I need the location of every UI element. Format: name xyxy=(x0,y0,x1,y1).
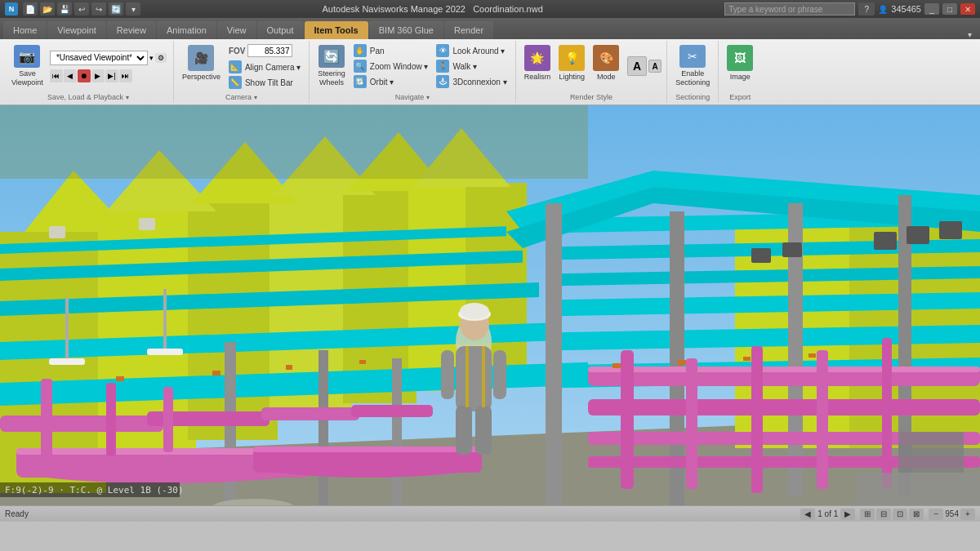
text-small-button[interactable]: A xyxy=(648,60,662,73)
ribbon-group-navigate: 🔄 SteeringWheels ✋ Pan 🔍 Zoom Window ▾ 🔃… xyxy=(310,41,515,103)
enable-sectioning-button[interactable]: ✂ EnableSectioning xyxy=(672,42,713,90)
qa-undo[interactable]: ↩ xyxy=(74,2,89,16)
tab-home[interactable]: Home xyxy=(3,21,47,39)
qa-redo[interactable]: ↪ xyxy=(91,2,106,16)
svg-rect-50 xyxy=(588,399,980,415)
ribbon-group-render-style: 🌟 Realism 💡 Lighting 🎨 Mode A A xyxy=(516,41,668,103)
qa-new[interactable]: 📄 xyxy=(23,2,38,16)
svg-rect-37 xyxy=(392,358,402,505)
view-mode-1[interactable]: ⊞ xyxy=(860,509,875,520)
svg-rect-90 xyxy=(751,248,771,263)
next-frame-button[interactable]: ▶| xyxy=(105,69,118,82)
camera-group-dropdown[interactable]: ▾ xyxy=(254,94,257,101)
look-around-icon: 👁 xyxy=(436,44,449,57)
render-style-buttons: 🌟 Realism 💡 Lighting 🎨 Mode A A xyxy=(521,42,662,91)
text-large-button[interactable]: A xyxy=(627,56,647,76)
3dconnexion-button[interactable]: 🕹 3Dconnexion ▾ xyxy=(433,74,510,89)
scene-svg: F:9(-2)-9 · T:C. @ Level 1B (-30) xyxy=(0,105,980,505)
realism-label: Realism xyxy=(524,73,551,82)
minimize-button[interactable]: _ xyxy=(924,3,939,15)
navigate-group-label: Navigate ▾ xyxy=(395,91,430,101)
status-left: Ready xyxy=(5,509,29,518)
tab-view[interactable]: View xyxy=(217,21,256,39)
orbit-button[interactable]: 🔃 Orbit ▾ xyxy=(350,74,432,89)
ribbon-group-sectioning: ✂ EnableSectioning Sectioning xyxy=(667,41,719,103)
view-mode-4[interactable]: ⊠ xyxy=(909,509,924,520)
svg-rect-47 xyxy=(351,405,433,417)
tab-viewpoint[interactable]: Viewpoint xyxy=(47,21,106,39)
tab-review[interactable]: Review xyxy=(107,21,156,39)
quick-access-toolbar: 📄 📂 💾 ↩ ↪ 🔄 ▾ xyxy=(23,2,140,16)
skip-forward-button[interactable]: ⏭ xyxy=(119,69,132,82)
navigate-small-col1: ✋ Pan 🔍 Zoom Window ▾ 🔃 Orbit ▾ xyxy=(350,42,432,90)
camera-group-label: Camera ▾ xyxy=(225,91,257,101)
svg-rect-83 xyxy=(147,349,183,355)
svg-rect-93 xyxy=(139,218,155,230)
navigate-group-dropdown[interactable]: ▾ xyxy=(426,94,430,101)
title-text: Autodesk Navisworks Manage 2022 Coordina… xyxy=(140,4,724,14)
svg-rect-92 xyxy=(49,226,65,238)
view-mode-2[interactable]: ⊟ xyxy=(876,509,891,520)
svg-rect-89 xyxy=(939,221,962,239)
view-mode-3[interactable]: ⊡ xyxy=(893,509,907,520)
text-controls: A A xyxy=(627,56,662,76)
qa-open[interactable]: 📂 xyxy=(40,2,55,16)
perspective-button[interactable]: 🎥 Perspective xyxy=(179,42,224,90)
pan-button[interactable]: ✋ Pan xyxy=(350,43,432,58)
realism-button[interactable]: 🌟 Realism xyxy=(521,42,555,90)
svg-rect-74 xyxy=(475,406,492,455)
fov-label: FOV xyxy=(229,47,246,56)
save-viewpoint-button[interactable]: 📷 SaveViewpoint xyxy=(8,42,47,90)
viewpoint-settings[interactable]: ⚙ xyxy=(155,53,167,63)
next-page-button[interactable]: ▶ xyxy=(840,509,855,520)
walk-button[interactable]: 🚶 Walk ▾ xyxy=(433,59,510,73)
app-icon: N xyxy=(5,2,18,16)
record-button[interactable]: ⏺ xyxy=(78,69,91,82)
save-group-dropdown[interactable]: ▾ xyxy=(126,94,129,101)
svg-rect-57 xyxy=(882,338,892,489)
qa-save[interactable]: 💾 xyxy=(57,2,72,16)
skip-back-button[interactable]: ⏮ xyxy=(50,69,63,82)
qa-more[interactable]: ▾ xyxy=(126,2,140,16)
zoom-out-button[interactable]: − xyxy=(929,509,943,520)
mode-button[interactable]: 🎨 Mode xyxy=(590,42,622,90)
close-button[interactable]: ✕ xyxy=(960,3,975,15)
viewpoint-select[interactable]: *Unsaved Viewpoint* xyxy=(50,51,148,65)
show-tilt-bar-button[interactable]: 📏 Show Tilt Bar xyxy=(225,75,304,90)
tab-item-tools[interactable]: Item Tools xyxy=(305,21,368,39)
help-icon[interactable]: ? xyxy=(858,2,875,16)
qa-sync[interactable]: 🔄 xyxy=(109,2,123,16)
play-button[interactable]: ▶ xyxy=(91,69,105,82)
tab-expand[interactable]: ▾ xyxy=(963,30,977,39)
search-box[interactable]: Type a keyword or phrase xyxy=(724,2,855,16)
prev-frame-button[interactable]: ◀ xyxy=(64,69,77,82)
look-around-label: Look Around ▾ xyxy=(452,47,505,56)
tab-output[interactable]: Output xyxy=(257,21,304,39)
navigate-small-col2: 👁 Look Around ▾ 🚶 Walk ▾ 🕹 3Dconnexion ▾ xyxy=(433,42,510,90)
viewpoint-dropdown[interactable]: ▾ xyxy=(149,54,154,62)
zoom-in-button[interactable]: + xyxy=(960,509,975,520)
image-icon: 🖼 xyxy=(727,45,753,71)
title-bar: N 📄 📂 💾 ↩ ↪ 🔄 ▾ Autodesk Navisworks Mana… xyxy=(0,0,980,18)
align-camera-button[interactable]: 📐 Align Camera ▾ xyxy=(225,60,304,74)
fov-input[interactable] xyxy=(247,44,292,57)
enable-sectioning-label: EnableSectioning xyxy=(675,69,710,87)
viewpoint-select-row: *Unsaved Viewpoint* ▾ ⚙ xyxy=(48,49,168,67)
save-viewpoint-icon: 📷 xyxy=(14,45,40,68)
enable-sectioning-icon: ✂ xyxy=(679,45,706,68)
tab-bim360[interactable]: BIM 360 Glue xyxy=(369,21,443,39)
title-right: Type a keyword or phrase ? 👤 345465 _ □ … xyxy=(724,2,975,16)
tab-animation[interactable]: Animation xyxy=(157,21,216,39)
steering-wheels-button[interactable]: 🔄 SteeringWheels xyxy=(314,42,349,90)
svg-rect-54 xyxy=(686,358,697,489)
look-around-button[interactable]: 👁 Look Around ▾ xyxy=(433,43,510,58)
maximize-button[interactable]: □ xyxy=(942,3,957,15)
prev-page-button[interactable]: ◀ xyxy=(800,509,815,520)
image-button[interactable]: 🖼 Image xyxy=(724,42,756,90)
steering-wheels-icon: 🔄 xyxy=(318,45,345,68)
lighting-button[interactable]: 💡 Lighting xyxy=(555,42,588,90)
svg-text:F:9(-2)-9 · T:C. @ Level 1B (-: F:9(-2)-9 · T:C. @ Level 1B (-30) xyxy=(5,485,184,495)
svg-rect-85 xyxy=(858,473,980,505)
zoom-window-button[interactable]: 🔍 Zoom Window ▾ xyxy=(350,59,432,73)
tab-render[interactable]: Render xyxy=(444,21,493,39)
